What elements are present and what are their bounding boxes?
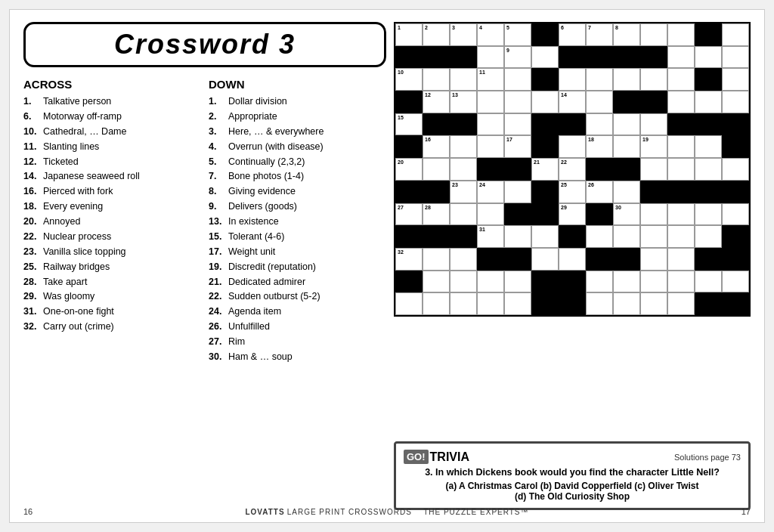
cell-4-12	[722, 113, 749, 136]
title-box: Crossword 3	[23, 22, 386, 67]
cell-7-6: 25	[559, 181, 586, 203]
clue-text: Sudden outburst (5-2)	[228, 290, 386, 303]
cell-3-8	[613, 91, 640, 113]
cell-1-9	[640, 46, 667, 69]
clue-text: Cathedral, … Dame	[43, 125, 201, 138]
cell-8-0: 27	[395, 203, 423, 226]
clue-text: Pierced with fork	[43, 185, 201, 198]
cell-7-7: 26	[586, 181, 613, 203]
cell-7-1	[423, 181, 450, 203]
cell-1-6	[559, 46, 586, 69]
clue-number: 4.	[209, 141, 228, 153]
cell-5-6	[559, 135, 586, 158]
clue-number: 19.	[209, 261, 228, 274]
cell-1-11	[695, 46, 722, 69]
cell-6-5: 21	[531, 158, 559, 181]
cell-2-10	[667, 68, 695, 91]
cell-3-7	[586, 91, 613, 113]
clue-text: Nuclear process	[43, 230, 201, 243]
clue-number: 1.	[23, 95, 43, 108]
clue-text: Japanese seaweed roll	[43, 170, 201, 183]
clue-item: 10.Cathedral, … Dame	[23, 125, 201, 138]
cell-2-2	[450, 68, 477, 91]
clue-number: 26.	[209, 320, 228, 333]
cell-11-7	[586, 271, 613, 293]
cell-0-3: 4	[477, 23, 504, 46]
clue-text: Unfulfilled	[228, 320, 386, 333]
cell-3-0	[395, 91, 423, 113]
cell-3-2: 13	[450, 91, 477, 113]
clue-item: 29.Was gloomy	[23, 290, 201, 303]
clue-item: 27.Rim	[209, 336, 386, 348]
cell-8-12	[722, 203, 749, 226]
clue-item: 1.Talkative person	[23, 95, 201, 108]
cell-3-9	[640, 91, 667, 113]
cell-0-9	[640, 23, 667, 46]
cell-6-11	[695, 158, 722, 181]
clue-number: 6.	[23, 110, 43, 123]
cell-2-8	[613, 68, 640, 91]
cell-11-4	[504, 271, 531, 293]
clue-item: 9.Delivers (goods)	[209, 200, 386, 213]
cell-7-10	[667, 181, 695, 203]
cell-5-10	[667, 135, 695, 158]
cell-8-10	[667, 203, 695, 226]
trivia-question: 3. In which Dickens book would you find …	[404, 467, 741, 478]
cell-0-0: 1	[395, 23, 423, 46]
clue-item: 12.Ticketed	[23, 156, 201, 169]
clue-text: Rim	[228, 336, 386, 348]
cell-0-6: 6	[559, 23, 586, 46]
across-clues-list: 1.Talkative person6.Motorway off-ramp10.…	[23, 95, 201, 333]
clue-item: 17.Weight unit	[209, 246, 386, 258]
cell-11-2	[450, 271, 477, 293]
cell-0-11	[695, 23, 722, 46]
cell-6-3	[477, 158, 504, 181]
clue-item: 24.Agenda item	[209, 305, 386, 318]
footer-page-right: 17	[741, 507, 751, 516]
cell-3-12	[722, 91, 749, 113]
cell-2-0: 10	[395, 68, 423, 91]
left-panel: Crossword 3 ACROSS 1.Talkative person6.M…	[23, 22, 394, 510]
cell-11-8	[613, 271, 640, 293]
cell-5-0	[395, 135, 423, 158]
clue-item: 13.In existence	[209, 215, 386, 228]
cell-1-2	[450, 46, 477, 69]
cell-9-12	[722, 225, 749, 248]
cell-1-1	[423, 46, 450, 69]
clue-item: 30.Ham & … soup	[209, 351, 386, 363]
clue-number: 12.	[23, 156, 43, 169]
cell-6-8	[613, 158, 640, 181]
cell-2-9	[640, 68, 667, 91]
clue-text: Tolerant (4-6)	[228, 230, 386, 243]
clue-number: 8.	[209, 185, 228, 198]
cell-7-3: 24	[477, 181, 504, 203]
cell-9-1	[423, 225, 450, 248]
cell-11-10	[667, 271, 695, 293]
cell-4-9	[640, 113, 667, 136]
cell-10-4	[504, 248, 531, 271]
cell-2-3: 11	[477, 68, 504, 91]
cell-2-6	[559, 68, 586, 91]
cell-6-4	[504, 158, 531, 181]
cell-4-8	[613, 113, 640, 136]
cell-2-11	[695, 68, 722, 91]
cell-11-12	[722, 271, 749, 293]
clue-number: 22.	[23, 230, 43, 243]
cell-5-8	[613, 135, 640, 158]
clue-text: Slanting lines	[43, 141, 201, 153]
cell-10-3	[477, 248, 504, 271]
cell-4-6	[559, 113, 586, 136]
trivia-answers: (a) A Christmas Carol (b) David Copperfi…	[404, 481, 741, 502]
cell-11-3	[477, 271, 504, 293]
down-clues-list: 1.Dollar division2.Appropriate3.Here, … …	[209, 95, 386, 363]
cell-12-1	[423, 292, 450, 315]
cell-5-5	[531, 135, 559, 158]
clue-text: Appropriate	[228, 110, 386, 123]
cell-12-12	[722, 292, 749, 315]
cell-8-8: 30	[613, 203, 640, 226]
cell-3-5	[531, 91, 559, 113]
cell-7-8	[613, 181, 640, 203]
cell-10-7	[586, 248, 613, 271]
clue-text: Weight unit	[228, 246, 386, 258]
clue-item: 5.Continually (2,3,2)	[209, 156, 386, 169]
